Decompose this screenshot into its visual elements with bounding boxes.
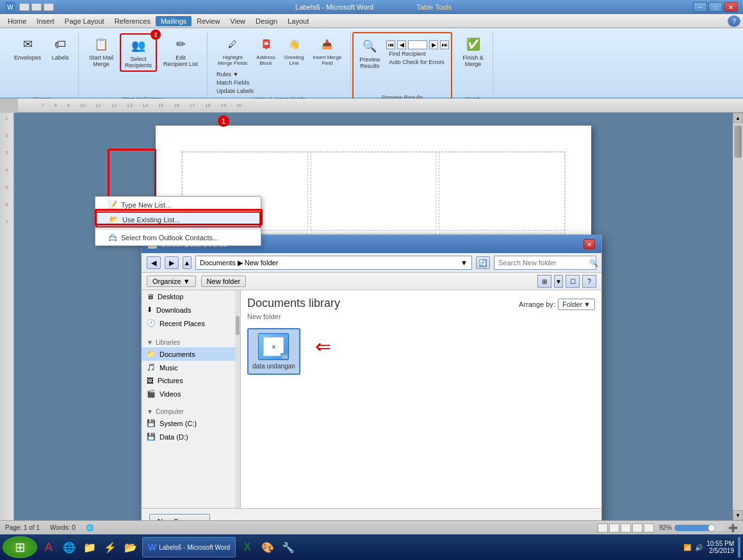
full-screen-button[interactable] (609, 523, 619, 532)
sidebar-item-downloads[interactable]: ⬇ Downloads (142, 303, 240, 317)
taskbar-icon-dev[interactable]: 🔧 (279, 538, 297, 556)
dialog-search-box[interactable]: 🔍 (494, 256, 596, 270)
new-source-button[interactable]: New Source... (149, 514, 210, 520)
dialog-close-button[interactable]: ✕ (584, 239, 595, 249)
taskbar-icon-paint[interactable]: 🎨 (259, 538, 277, 556)
organize-button[interactable]: Organize ▼ (147, 276, 196, 287)
scroll-down-button[interactable]: ▼ (733, 510, 743, 520)
sidebar-item-music[interactable]: 🎵 Music (142, 361, 240, 374)
next-record-button[interactable]: ▶ (429, 40, 438, 49)
select-outlook-contacts-item[interactable]: 📇 Select from Outlook Contacts... (95, 231, 261, 244)
minimize-button[interactable]: − (693, 2, 707, 12)
sidebar-item-documents[interactable]: 📁 Documents (142, 347, 240, 361)
greeting-line-button[interactable]: 👋 GreetingLine (281, 33, 308, 68)
sidebar-item-videos[interactable]: 🎬 Videos (142, 387, 240, 400)
view-dropdown-button[interactable]: ▼ (554, 275, 563, 288)
taskbar-icon-explorer[interactable]: 📁 (81, 538, 99, 556)
dialog-forward-button[interactable]: ▶ (165, 256, 179, 269)
use-existing-list-item[interactable]: 📂 Use Existing List... (95, 211, 261, 227)
outlook-contacts-label: Select from Outlook Contacts... (121, 234, 218, 242)
new-folder-button[interactable]: New folder (201, 276, 247, 287)
ribbon-group-preview: 🔍 PreviewResults ⏮ ◀ ▶ ⏭ Find Recipient … (352, 32, 452, 104)
web-layout-button[interactable] (621, 523, 631, 532)
maximize-button[interactable]: □ (708, 2, 723, 12)
menu-page-layout[interactable]: Page Layout (60, 16, 110, 26)
dialog-refresh-button[interactable]: 🔄 (476, 256, 490, 269)
preview-results-button[interactable]: 🔍 PreviewResults (355, 35, 384, 71)
close-button[interactable]: ✕ (724, 2, 738, 12)
quick-access-undo[interactable] (31, 3, 42, 11)
labels-button[interactable]: 🏷 Labels (47, 33, 73, 63)
taskbar-icon-thunderbird[interactable]: ⚡ (101, 538, 119, 556)
start-mail-merge-button[interactable]: 📋 Start MailMerge (85, 33, 117, 72)
type-new-list-item[interactable]: 📝 Type New List... (95, 198, 261, 211)
last-record-button[interactable]: ⏭ (440, 40, 449, 49)
outlook-contacts-icon: 📇 (108, 233, 117, 242)
scroll-up-button[interactable]: ▲ (733, 113, 743, 123)
zoom-in-button[interactable]: ➕ (728, 523, 738, 532)
sidebar-item-recent-places[interactable]: 🕐 Recent Places (142, 317, 240, 330)
language-indicator[interactable]: 🌐 (86, 524, 94, 531)
match-fields-button[interactable]: Match Fields (214, 79, 256, 86)
insert-merge-field-button[interactable]: 📥 Insert MergeField (309, 33, 345, 68)
prev-record-button[interactable]: ◀ (397, 40, 406, 49)
windows-logo-icon: ⊞ (15, 539, 26, 555)
sidebar-item-desktop[interactable]: 🖥 Desktop (142, 290, 240, 303)
scroll-thumb[interactable] (734, 126, 742, 158)
select-recipients-button[interactable]: 👥 SelectRecipients 2 (120, 33, 157, 72)
view-grid-button[interactable]: ⊞ (537, 275, 551, 288)
dialog-back-button[interactable]: ◀ (147, 256, 161, 269)
finish-merge-button[interactable]: ✅ Finish &Merge (459, 33, 487, 69)
vertical-scrollbar[interactable]: ▲ ▼ (733, 113, 743, 520)
file-item-data-undangan[interactable]: X xls data undangan (247, 328, 300, 375)
start-button[interactable]: ⊞ (3, 536, 37, 558)
taskbar-icon-chrome[interactable]: 🌐 (60, 538, 78, 556)
auto-check-errors-button[interactable]: Auto Check for Errors (386, 58, 449, 66)
taskbar-icon-files[interactable]: 📂 (122, 538, 140, 556)
menu-home[interactable]: Home (3, 16, 31, 26)
taskbar-icon-excel[interactable]: X (238, 538, 256, 556)
address-block-button[interactable]: 📮 AddressBlock (252, 33, 279, 68)
record-number[interactable] (408, 40, 427, 49)
dialog-search-input[interactable] (498, 259, 587, 267)
quick-access-save[interactable] (19, 3, 29, 11)
menu-insert[interactable]: Insert (31, 16, 60, 26)
quick-access-redo[interactable] (44, 3, 54, 11)
menu-design[interactable]: Design (250, 16, 282, 26)
help-button[interactable]: ? (728, 15, 740, 27)
zoom-slider-thumb[interactable] (708, 524, 715, 532)
sidebar-scroll-thumb[interactable] (236, 316, 240, 335)
edit-recipient-list-button[interactable]: ✏ EditRecipient List (159, 33, 202, 72)
ribbon-group-write-insert: 🖊 HighlightMerge Fields 📮 AddressBlock 👋… (209, 32, 351, 104)
help-dialog-button[interactable]: ? (582, 275, 596, 288)
sidebar-item-pictures[interactable]: 🖼 Pictures (142, 374, 240, 387)
menu-references[interactable]: References (110, 16, 156, 26)
outline-view-button[interactable] (632, 523, 642, 532)
first-record-button[interactable]: ⏮ (386, 40, 395, 49)
pictures-icon: 🖼 (147, 377, 154, 384)
sidebar-item-system-c[interactable]: 💾 System (C:) (142, 416, 240, 430)
menu-mailings[interactable]: Mailings (156, 16, 192, 26)
arrange-by-folder-button[interactable]: Folder ▼ (558, 299, 595, 310)
sidebar-scrollbar[interactable] (235, 290, 240, 508)
update-labels-button[interactable]: Update Labels (214, 87, 256, 95)
show-desktop-icon[interactable] (738, 537, 740, 557)
envelopes-button[interactable]: ✉ Envelopes (10, 33, 45, 63)
print-layout-button[interactable] (598, 523, 608, 532)
view-details-button[interactable]: ☐ (566, 275, 580, 288)
menu-layout[interactable]: Layout (282, 16, 314, 26)
taskbar-word-button[interactable]: W Labels6 - Microsoft Word (142, 537, 236, 557)
draft-view-button[interactable] (644, 523, 654, 532)
find-recipient-button[interactable]: Find Recipient (386, 50, 449, 58)
dialog-up-button[interactable]: ▲ (183, 256, 192, 269)
sidebar-item-data-d[interactable]: 💾 Data (D:) (142, 430, 240, 443)
highlight-merge-fields-button[interactable]: 🖊 HighlightMerge Fields (214, 33, 251, 68)
dialog-path-dropdown[interactable]: Documents ▶ New folder ▼ (195, 256, 472, 270)
dialog-organize-toolbar: Organize ▼ New folder ⊞ ▼ ☐ ? (142, 273, 601, 290)
rules-button[interactable]: Rules ▼ (214, 70, 256, 78)
taskbar-icon-acrobat[interactable]: A (40, 538, 58, 556)
menu-view[interactable]: View (225, 16, 250, 26)
zoom-slider[interactable] (674, 525, 726, 531)
menu-review[interactable]: Review (192, 16, 225, 26)
taskbar-word-label: Labels6 - Microsoft Word (159, 544, 230, 551)
